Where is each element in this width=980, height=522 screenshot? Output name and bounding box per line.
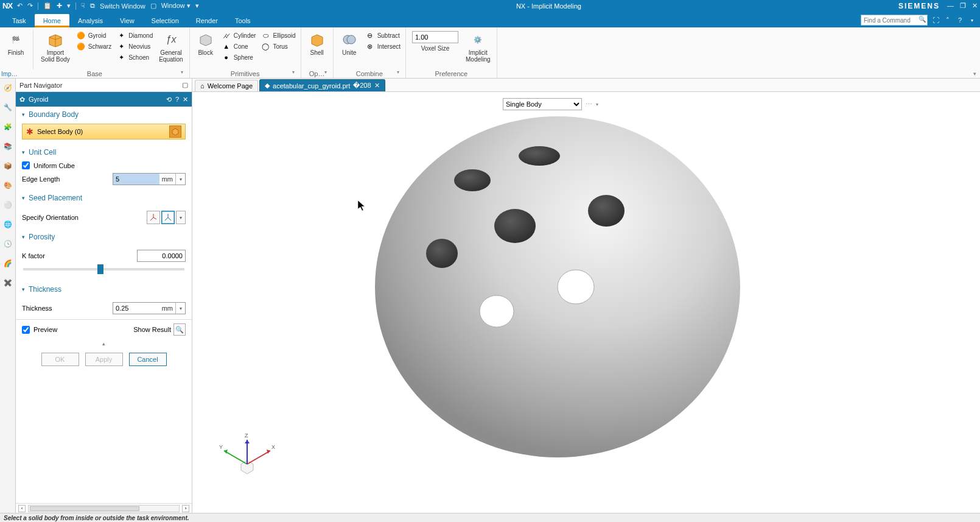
ok-button[interactable]: OK [41, 353, 79, 366]
close-window-button[interactable]: ✕ [972, 2, 978, 10]
select-body-filter-icon[interactable] [169, 125, 181, 138]
cancel-button[interactable]: Cancel [129, 353, 167, 366]
switch-window-button[interactable]: Switch Window [100, 2, 145, 10]
cone-button[interactable]: ▲Cone [220, 41, 257, 52]
toolbar-dropdown-icon[interactable]: ▾ [596, 102, 598, 107]
undo-button[interactable]: ↶ [17, 2, 23, 10]
intersect-button[interactable]: ⊗Intersect [364, 41, 402, 52]
k-factor-slider[interactable] [23, 268, 184, 270]
qat-dropdown[interactable]: ▾ [67, 2, 71, 10]
voxel-size-input[interactable] [412, 31, 458, 43]
k-factor-field[interactable] [137, 250, 186, 262]
undock-icon[interactable]: ▢ [182, 81, 188, 89]
ribbon-overflow[interactable]: ▾ [973, 71, 976, 77]
search-icon[interactable]: 🔍 [919, 16, 926, 23]
scroll-left-button[interactable]: ‹ [18, 505, 26, 512]
thickness-input[interactable] [113, 303, 159, 314]
tab-close-icon[interactable]: ✕ [374, 82, 380, 90]
selection-scope-select[interactable]: Single Body [503, 98, 582, 110]
viewport[interactable]: Single Body ⋯ ▾ X Y Z [192, 92, 980, 513]
overflow-dropdown[interactable]: ▾ [195, 2, 199, 10]
rail-box-icon[interactable]: 📦 [2, 160, 13, 171]
scroll-thumb[interactable] [30, 506, 139, 511]
select-body-row[interactable]: ✱ Select Body (0) [22, 124, 186, 139]
section-porosity[interactable]: Porosity [16, 229, 192, 244]
block-button[interactable]: Block [194, 30, 218, 57]
unit-dropdown[interactable]: ▾ [175, 174, 185, 185]
rail-material-icon[interactable]: ⚪ [2, 199, 13, 210]
uniform-cube-input[interactable] [22, 161, 30, 169]
help-icon[interactable]: ? [956, 16, 964, 24]
unite-button[interactable]: Unite [337, 30, 362, 57]
window-menu[interactable]: Window ▾ [161, 2, 191, 10]
tab-task[interactable]: Task [4, 14, 35, 27]
redo-button[interactable]: ↷ [27, 2, 33, 10]
scroll-right-button[interactable]: › [182, 505, 189, 512]
tab-render[interactable]: Render [187, 14, 226, 27]
tab-part-file[interactable]: ◆ acetabular_cup_gyroid.prt �208 ✕ [259, 79, 385, 91]
rail-snap-icon[interactable]: ✖️ [2, 277, 13, 288]
rail-color-icon[interactable]: 🌈 [2, 258, 13, 269]
group-dropdown[interactable]: ▾ [324, 69, 327, 75]
tab-analysis[interactable]: Analysis [69, 14, 111, 27]
schoen-button[interactable]: ✦Schoen [115, 52, 154, 63]
neovius-button[interactable]: ✦Neovius [115, 41, 154, 52]
ellipsoid-button[interactable]: ⬭Ellipsoid [259, 30, 296, 41]
orientation-inferred-button[interactable] [161, 211, 175, 224]
preview-checkbox[interactable] [22, 326, 30, 334]
rail-browser-icon[interactable]: 🌐 [2, 219, 13, 230]
group-dropdown[interactable]: ▾ [181, 69, 183, 75]
uniform-cube-checkbox[interactable]: Uniform Cube [22, 161, 186, 169]
tab-selection[interactable]: Selection [143, 14, 187, 27]
diamond-button[interactable]: ✦Diamond [115, 30, 154, 41]
switch-window-icon[interactable]: ⧉ [90, 2, 95, 10]
clipboard-icon[interactable]: 📋 [43, 2, 52, 10]
section-thickness[interactable]: Thickness [16, 281, 192, 296]
implicit-modeling-button[interactable]: ⚙️ Implicit Modeling [463, 30, 493, 64]
orientation-csys-button[interactable] [147, 211, 160, 224]
tab-view[interactable]: View [111, 14, 143, 27]
collapse-ribbon-icon[interactable]: ˄ [943, 16, 952, 24]
rail-assembly-icon[interactable]: 🔧 [2, 102, 13, 113]
dialog-close-icon[interactable]: ✕ [183, 96, 188, 104]
tab-pin-icon[interactable]: �208 [353, 82, 371, 90]
dialog-help-icon[interactable]: ? [175, 96, 179, 103]
unit-dropdown[interactable]: ▾ [175, 303, 185, 314]
tab-welcome-page[interactable]: ⌂ Welcome Page [195, 80, 258, 91]
show-result-button[interactable]: 🔍 [173, 323, 186, 336]
shell-button[interactable]: Shell [305, 30, 329, 57]
import-solid-body-button[interactable]: Import Solid Body [38, 30, 72, 64]
toolbar-more-icon[interactable]: ⋯ [586, 101, 592, 108]
gyroid-button[interactable]: 🟠Gyroid [75, 30, 113, 41]
schwarz-button[interactable]: 🟠Schwarz [75, 41, 113, 52]
view-triad[interactable]: X Y Z [217, 415, 278, 476]
thickness-field[interactable]: mm ▾ [113, 302, 186, 314]
edge-length-field[interactable]: mm ▾ [113, 173, 186, 185]
cylinder-button[interactable]: ⌭Cylinder [220, 30, 257, 41]
section-seed-placement[interactable]: Seed Placement [16, 190, 192, 205]
rail-constraint-icon[interactable]: 🧩 [2, 121, 13, 132]
help-dropdown-icon[interactable]: ▾ [968, 16, 976, 24]
edge-length-input[interactable] [113, 174, 159, 185]
torus-button[interactable]: ◯Torus [259, 41, 296, 52]
section-unit-cell[interactable]: Unit Cell [16, 144, 192, 159]
scroll-track[interactable] [28, 505, 180, 512]
minimize-button[interactable]: ― [947, 2, 954, 10]
sphere-button[interactable]: ●Sphere [220, 52, 257, 63]
group-dropdown[interactable]: ▾ [292, 69, 295, 75]
rail-navigator-icon[interactable]: 🧭 [2, 82, 13, 93]
orientation-dropdown[interactable]: ▾ [176, 211, 186, 224]
rail-layer-icon[interactable]: 📚 [2, 141, 13, 152]
fullscreen-icon[interactable]: ⛶ [931, 16, 940, 24]
tab-tools[interactable]: Tools [226, 14, 259, 27]
rail-palette-icon[interactable]: 🎨 [2, 180, 13, 191]
add-icon[interactable]: ✚ [57, 2, 62, 10]
restore-button[interactable]: ❐ [960, 2, 966, 10]
window-icon[interactable]: ▢ [150, 2, 156, 10]
finish-button[interactable]: 🏁 Finish [4, 30, 28, 57]
panel-hscroll[interactable]: ‹ › [16, 503, 192, 513]
find-command-input[interactable] [861, 15, 928, 26]
group-dropdown[interactable]: ▾ [397, 69, 399, 75]
subtract-button[interactable]: ⊖Subtract [364, 30, 402, 41]
collapse-handle[interactable]: ▴ [16, 339, 192, 348]
